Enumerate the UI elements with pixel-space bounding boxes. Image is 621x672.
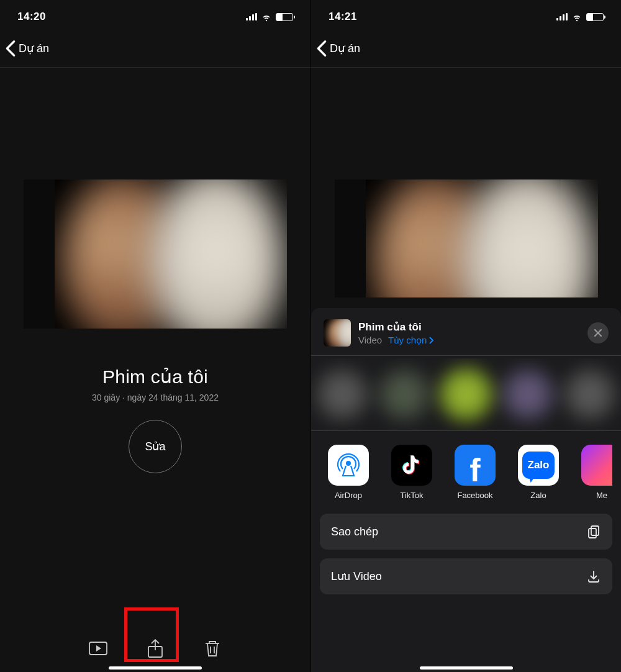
- status-indicators: [556, 11, 604, 22]
- svg-marker-1: [96, 645, 101, 652]
- video-preview[interactable]: [335, 179, 598, 297]
- share-sheet: Phim của tôi Video Tùy chọn: [311, 308, 621, 672]
- action-copy[interactable]: Sao chép: [320, 514, 612, 550]
- phone-screen-left: 14:20 Dự án Phim của tôi 30 giây · ngày …: [0, 0, 310, 672]
- back-label: Dự án: [330, 42, 360, 55]
- share-app-airdrop[interactable]: AirDrop: [325, 445, 372, 500]
- share-kind: Video: [358, 335, 382, 345]
- home-indicator[interactable]: [420, 666, 513, 670]
- svg-point-3: [346, 461, 351, 466]
- edit-button[interactable]: Sửa: [129, 420, 182, 473]
- project-title: Phim của tôi: [0, 366, 310, 388]
- chevron-left-icon: [5, 40, 16, 57]
- battery-icon: [276, 13, 293, 21]
- back-nav[interactable]: Dự án: [0, 34, 310, 67]
- share-app-tiktok[interactable]: TikTok: [388, 445, 435, 500]
- share-title: Phim của tôi: [358, 320, 434, 334]
- share-thumbnail: [324, 319, 351, 347]
- play-button[interactable]: [86, 636, 111, 661]
- cellular-signal-icon: [246, 13, 257, 20]
- home-indicator[interactable]: [109, 666, 202, 670]
- project-meta: 30 giây · ngày 24 tháng 11, 2022: [0, 393, 310, 402]
- copy-icon: [586, 524, 601, 539]
- status-time: 14:21: [329, 11, 357, 23]
- share-apps-row: AirDrop TikTok f Facebook Zalo Zalo: [320, 431, 612, 506]
- bottom-toolbar: [0, 636, 310, 661]
- chevron-left-icon: [316, 40, 327, 57]
- back-nav[interactable]: Dự án: [311, 34, 621, 67]
- share-button[interactable]: [143, 636, 168, 661]
- status-bar: 14:21: [311, 0, 621, 34]
- share-app-facebook[interactable]: f Facebook: [451, 445, 499, 500]
- back-label: Dự án: [19, 42, 49, 55]
- svg-rect-4: [591, 526, 599, 535]
- download-icon: [586, 569, 601, 584]
- action-save-video[interactable]: Lưu Video: [320, 558, 612, 594]
- messenger-icon: [581, 445, 612, 486]
- chevron-right-icon: [429, 337, 434, 344]
- facebook-icon: f: [455, 445, 496, 486]
- airdrop-icon: [328, 445, 369, 486]
- share-contacts-row[interactable]: [311, 358, 621, 430]
- share-sheet-header: Phim của tôi Video Tùy chọn: [320, 318, 612, 355]
- status-indicators: [246, 11, 293, 22]
- share-app-messenger[interactable]: Me: [578, 445, 612, 500]
- wifi-icon: [261, 11, 272, 22]
- cellular-signal-icon: [556, 13, 568, 20]
- status-time: 14:20: [17, 11, 46, 23]
- phone-screen-right: 14:21 Dự án Phim của tôi: [310, 0, 621, 672]
- close-button[interactable]: [587, 322, 609, 343]
- share-options-button[interactable]: Tùy chọn: [388, 335, 434, 346]
- battery-icon: [586, 13, 604, 21]
- tiktok-icon: [391, 445, 432, 486]
- status-bar: 14:20: [0, 0, 310, 34]
- share-app-zalo[interactable]: Zalo Zalo: [515, 445, 562, 500]
- delete-button[interactable]: [200, 636, 225, 661]
- svg-rect-5: [589, 529, 596, 538]
- video-preview[interactable]: [24, 179, 287, 329]
- close-icon: [594, 329, 602, 337]
- zalo-icon: Zalo: [518, 445, 559, 486]
- wifi-icon: [571, 11, 582, 22]
